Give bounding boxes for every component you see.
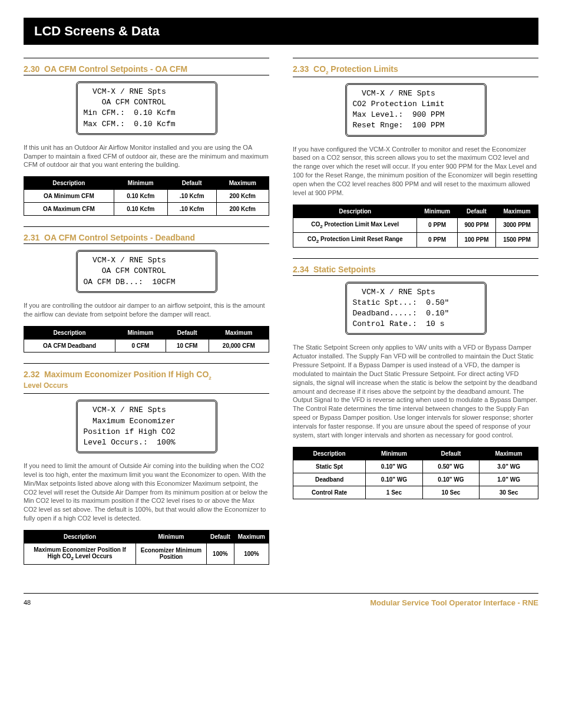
spec-table: Description Minimum Default Maximum Stat… bbox=[293, 447, 538, 499]
cell: 0.50" WG bbox=[422, 460, 480, 473]
table-row: Deadband 0.10" WG 0.10" WG 1.0" WG bbox=[293, 473, 538, 486]
left-column: 2.30 OA CFM Control Setpoints - OA CFM V… bbox=[24, 57, 269, 575]
page-footer: 48 Modular Service Tool Operator Interfa… bbox=[24, 593, 538, 607]
rule bbox=[24, 393, 269, 394]
cell: 10 Sec bbox=[422, 486, 480, 499]
th-desc: Description bbox=[24, 530, 136, 543]
section-number: 2.31 bbox=[24, 233, 39, 242]
section-title: OA CFM Control Setpoints - Deadband bbox=[44, 233, 195, 242]
cell: 10 CFM bbox=[166, 339, 209, 352]
th-min: Minimum bbox=[366, 447, 423, 460]
rule bbox=[293, 275, 538, 276]
table-row: Control Rate 1 Sec 10 Sec 30 Sec bbox=[293, 486, 538, 499]
th-min: Minimum bbox=[115, 326, 166, 339]
cell: Control Rate bbox=[293, 486, 366, 499]
section-heading: 2.32 Maximum Economizer Position If High… bbox=[24, 370, 269, 381]
section-number: 2.34 bbox=[293, 265, 309, 274]
section-heading: 2.31 OA CFM Control Setpoints - Deadband bbox=[24, 233, 269, 242]
cell: 1 Sec bbox=[366, 486, 423, 499]
cell: 1500 PPM bbox=[496, 232, 538, 247]
cell: 200 Kcfm bbox=[216, 190, 269, 203]
th-min: Minimum bbox=[114, 177, 167, 190]
right-column: 2.33 CO2 Protection Limits VCM-X / RNE S… bbox=[293, 57, 538, 575]
cell: 20,000 CFM bbox=[209, 339, 269, 352]
th-max: Maximum bbox=[480, 447, 538, 460]
spec-table: Description Minimum Default Maximum CO2 … bbox=[293, 205, 538, 248]
th-desc: Description bbox=[293, 447, 366, 460]
cell: 0.10 Kcfm bbox=[114, 203, 167, 216]
content-columns: 2.30 OA CFM Control Setpoints - OA CFM V… bbox=[24, 57, 538, 575]
table-row: Maximum Economizer Position If High CO2 … bbox=[24, 543, 269, 564]
cell: Economizer Minimum Position bbox=[136, 543, 207, 564]
section-title: OA CFM Control Setpoints - OA CFM bbox=[44, 64, 187, 74]
cell: CO2 Protection Limit Max Level bbox=[293, 218, 417, 232]
cell: CO2 Protection Limit Reset Range bbox=[293, 232, 417, 247]
th-max: Maximum bbox=[234, 530, 269, 543]
rule bbox=[293, 258, 538, 259]
section-number: 2.32 bbox=[24, 370, 39, 379]
section-body: If you are controlling the outdoor air d… bbox=[24, 301, 269, 319]
lcd-display: VCM-X / RNE Spts CO2 Protection Limit Ma… bbox=[345, 83, 487, 137]
cell: 0.10" WG bbox=[366, 460, 423, 473]
cell: 3.0" WG bbox=[480, 460, 538, 473]
cell: Static Spt bbox=[293, 460, 366, 473]
section-number: 2.33 bbox=[293, 64, 309, 74]
spec-table: Description Minimum Default Maximum OA M… bbox=[24, 176, 269, 216]
cell: 0.10 Kcfm bbox=[114, 190, 167, 203]
cell: OA Maximum CFM bbox=[24, 203, 114, 216]
th-def: Default bbox=[457, 205, 495, 218]
cell: 3000 PPM bbox=[496, 218, 538, 232]
cell: 0.10" WG bbox=[366, 473, 423, 486]
cell: Maximum Economizer Position If High CO2 … bbox=[24, 543, 136, 564]
rule bbox=[24, 363, 269, 364]
th-def: Default bbox=[206, 530, 234, 543]
table-row: OA Minimum CFM 0.10 Kcfm .10 Kcfm 200 Kc… bbox=[24, 190, 269, 203]
th-desc: Description bbox=[293, 205, 417, 218]
table-row: OA Maximum CFM 0.10 Kcfm .10 Kcfm 200 Kc… bbox=[24, 203, 269, 216]
cell: 900 PPM bbox=[457, 218, 495, 232]
lcd-display: VCM-X / RNE Spts OA CFM CONTROL Min CFM.… bbox=[76, 81, 217, 135]
section-body: If you have configured the VCM-X Control… bbox=[293, 145, 538, 197]
section-body: If you need to limit the amount of Outsi… bbox=[24, 462, 269, 523]
cell: 100% bbox=[234, 543, 269, 564]
table-row: OA CFM Deadband 0 CFM 10 CFM 20,000 CFM bbox=[24, 339, 269, 352]
spec-table: Description Minimum Default Maximum Maxi… bbox=[24, 530, 269, 565]
th-max: Maximum bbox=[216, 177, 269, 190]
th-max: Maximum bbox=[496, 205, 538, 218]
section-subtitle: Level Occurs bbox=[24, 381, 269, 390]
table-row: CO2 Protection Limit Max Level 0 PPM 900… bbox=[293, 218, 538, 232]
section-heading: 2.33 CO2 Protection Limits bbox=[293, 64, 538, 75]
cell: 1.0" WG bbox=[480, 473, 538, 486]
section-title: Static Setpoints bbox=[313, 265, 376, 274]
cell: .10 Kcfm bbox=[167, 203, 216, 216]
cell: 0 CFM bbox=[115, 339, 166, 352]
rule bbox=[293, 77, 538, 77]
spec-table: Description Minimum Default Maximum OA C… bbox=[24, 326, 269, 353]
th-min: Minimum bbox=[136, 530, 207, 543]
table-row: CO2 Protection Limit Reset Range 0 PPM 1… bbox=[293, 232, 538, 247]
section-title: CO2 Protection Limits bbox=[313, 64, 398, 74]
th-def: Default bbox=[166, 326, 209, 339]
cell: OA CFM Deadband bbox=[24, 339, 115, 352]
page-number: 48 bbox=[24, 599, 31, 606]
cell: 0 PPM bbox=[417, 218, 458, 232]
cell: 0 PPM bbox=[417, 232, 458, 247]
cell: .10 Kcfm bbox=[167, 190, 216, 203]
section-number: 2.30 bbox=[24, 64, 39, 74]
table-row: Static Spt 0.10" WG 0.50" WG 3.0" WG bbox=[293, 460, 538, 473]
cell: 30 Sec bbox=[480, 486, 538, 499]
th-desc: Description bbox=[24, 326, 115, 339]
cell: 200 Kcfm bbox=[216, 203, 269, 216]
th-desc: Description bbox=[24, 177, 114, 190]
section-title: Maximum Economizer Position If High CO2 bbox=[44, 370, 211, 379]
rule bbox=[24, 243, 269, 244]
section-body: If this unit has an Outdoor Air Airflow … bbox=[24, 143, 269, 170]
th-def: Default bbox=[167, 177, 216, 190]
cell: 100 PPM bbox=[457, 232, 495, 247]
rule bbox=[24, 58, 269, 58]
lcd-display: VCM-X / RNE Spts Maximum Economizer Posi… bbox=[76, 400, 217, 453]
section-body: The Static Setpoint Screen only applies … bbox=[293, 343, 538, 439]
th-max: Maximum bbox=[209, 326, 269, 339]
th-min: Minimum bbox=[417, 205, 458, 218]
section-heading: 2.30 OA CFM Control Setpoints - OA CFM bbox=[24, 64, 269, 74]
